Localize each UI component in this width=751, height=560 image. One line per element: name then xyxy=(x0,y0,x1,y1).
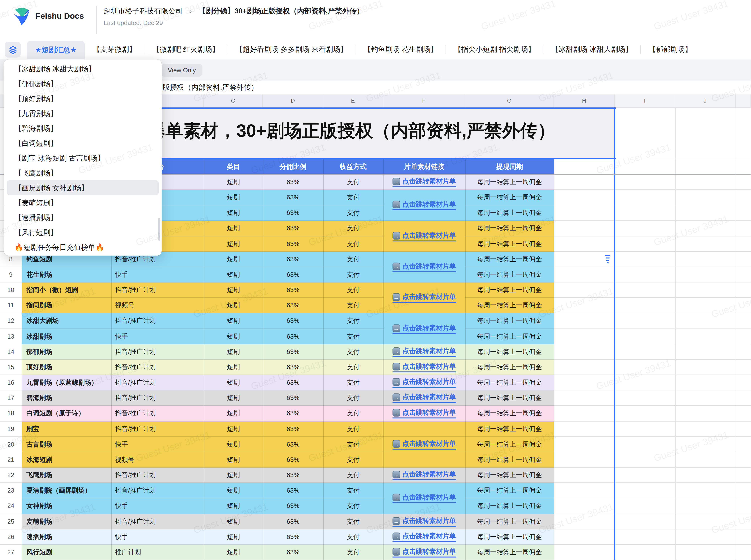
filter-icon[interactable] xyxy=(603,253,612,264)
cell-platform[interactable]: 抖音/推广计划 xyxy=(115,514,203,529)
cell-cycle[interactable]: 每周一结算上一周佣金 xyxy=(465,360,554,375)
cell-income[interactable]: 支付 xyxy=(323,483,383,499)
sheet-tab[interactable]: 【微剧吧 红火剧场】 xyxy=(144,39,227,59)
cell-category[interactable]: 短剧 xyxy=(204,375,263,391)
menu-item[interactable]: 【顶好剧场】 xyxy=(4,91,162,106)
menu-item[interactable]: 【飞鹰剧场】 xyxy=(4,165,162,180)
cell-income[interactable]: 支付 xyxy=(323,499,383,514)
cell-category[interactable]: 短剧 xyxy=(204,452,263,467)
column-letter[interactable]: E xyxy=(323,95,383,107)
cell-category[interactable]: 短剧 xyxy=(204,406,263,421)
cell-commission[interactable]: 63% xyxy=(263,236,323,252)
row-number[interactable]: 22 xyxy=(0,467,22,483)
cell-commission[interactable]: 63% xyxy=(263,298,323,314)
cell-income[interactable]: 支付 xyxy=(323,437,383,452)
menu-item[interactable]: 【郁郁剧场】 xyxy=(4,76,162,91)
cell-category[interactable]: 短剧 xyxy=(204,545,263,560)
header-cell-com[interactable]: 分佣比例 xyxy=(263,159,323,175)
cell-commission[interactable]: 63% xyxy=(263,267,323,282)
cell-name[interactable]: 指间小（微）短剧 xyxy=(26,282,110,298)
row-number[interactable]: 26 xyxy=(0,529,22,545)
cell-cycle[interactable]: 每周一结算上一周佣金 xyxy=(465,344,554,360)
row-number[interactable]: 20 xyxy=(0,437,22,452)
cell-name[interactable]: 剧宝 xyxy=(26,421,110,437)
cell-income[interactable]: 支付 xyxy=(323,329,383,344)
cell-category[interactable]: 短剧 xyxy=(204,190,263,205)
cell-income[interactable]: 支付 xyxy=(323,252,383,267)
cell-platform[interactable]: 快手 xyxy=(115,329,203,344)
row-number[interactable]: 21 xyxy=(0,452,22,467)
cell-category[interactable]: 短剧 xyxy=(204,344,263,360)
cell-category[interactable]: 短剧 xyxy=(204,252,263,267)
cell-cycle[interactable]: 每周一结算上一周佣金 xyxy=(465,267,554,282)
column-letter[interactable]: C xyxy=(204,95,263,107)
cell-income[interactable]: 支付 xyxy=(323,298,383,314)
material-link[interactable]: →点击跳转素材片单 xyxy=(392,231,456,241)
cell-commission[interactable]: 63% xyxy=(263,329,323,344)
cell-category[interactable]: 短剧 xyxy=(204,282,263,298)
cell-platform[interactable]: 抖音/推广计划 xyxy=(115,314,203,329)
cell-income[interactable]: 支付 xyxy=(323,360,383,375)
material-link[interactable]: →点击跳转素材片单 xyxy=(392,393,456,403)
cell-cycle[interactable]: 每周一结算上一周佣金 xyxy=(465,467,554,483)
cell-name[interactable]: 郁郁剧场 xyxy=(26,344,110,360)
cell-category[interactable]: 短剧 xyxy=(204,267,263,282)
material-link[interactable]: →点击跳转素材片单 xyxy=(392,177,456,187)
menu-item[interactable]: 【九霄剧场】 xyxy=(4,106,162,121)
tab-active-sheet[interactable]: ★短剧汇总★ xyxy=(27,41,85,59)
cell-name[interactable]: 夏清剧院（画屏剧场） xyxy=(26,483,110,499)
material-link[interactable]: →点击跳转素材片单 xyxy=(392,378,456,388)
header-cell-cyc[interactable]: 提现周期 xyxy=(465,159,554,175)
cell-name[interactable]: 九霄剧场（原蓝鲸剧场） xyxy=(26,375,110,391)
cell-income[interactable]: 支付 xyxy=(323,282,383,298)
cell-name[interactable]: 冰海短剧 xyxy=(26,452,110,467)
cell-platform[interactable]: 快手 xyxy=(115,267,203,282)
cell-cycle[interactable]: 每周一结算上一周佣金 xyxy=(465,499,554,514)
cell-cycle[interactable]: 每周一结算上一周佣金 xyxy=(465,545,554,560)
menu-item[interactable]: 【速播剧场】 xyxy=(4,210,162,225)
row-number[interactable]: 27 xyxy=(0,545,22,560)
cell-income[interactable]: 支付 xyxy=(323,175,383,190)
cell-commission[interactable]: 63% xyxy=(263,437,323,452)
cell-platform[interactable]: 抖音/推广计划 xyxy=(115,421,203,437)
row-number[interactable]: 11 xyxy=(0,298,22,314)
menu-item[interactable]: 【冰甜剧场 冰甜大剧场】 xyxy=(4,61,162,76)
cell-commission[interactable]: 63% xyxy=(263,452,323,467)
cell-platform[interactable]: 抖音/推广计划 xyxy=(115,391,203,406)
cell-cycle[interactable]: 每周一结算上一周佣金 xyxy=(465,252,554,267)
menu-item[interactable]: 【剧宝 冰海短剧 古言剧场】 xyxy=(4,151,162,165)
cell-name[interactable]: 顶好剧场 xyxy=(26,360,110,375)
cell-cycle[interactable]: 每周一结算上一周佣金 xyxy=(465,314,554,329)
cell-category[interactable]: 短剧 xyxy=(204,391,263,406)
cell-commission[interactable]: 63% xyxy=(263,467,323,483)
column-letter[interactable]: I xyxy=(615,95,675,107)
cell-cycle[interactable]: 每周一结算上一周佣金 xyxy=(465,205,554,221)
cell-category[interactable]: 短剧 xyxy=(204,329,263,344)
cell-cycle[interactable]: 每周一结算上一周佣金 xyxy=(465,236,554,252)
cell-cycle[interactable]: 每周一结算上一周佣金 xyxy=(465,298,554,314)
cell-category[interactable]: 短剧 xyxy=(204,514,263,529)
menu-item[interactable]: 【麦萌短剧】 xyxy=(4,195,162,210)
cell-income[interactable]: 支付 xyxy=(323,452,383,467)
material-link[interactable]: →点击跳转素材片单 xyxy=(392,324,456,334)
cell-name[interactable]: 风行短剧 xyxy=(26,545,110,560)
sheet-list-button[interactable] xyxy=(5,42,21,58)
cell-commission[interactable]: 63% xyxy=(263,483,323,499)
row-number[interactable]: 17 xyxy=(0,391,22,406)
cell-income[interactable]: 支付 xyxy=(323,514,383,529)
material-link[interactable]: →点击跳转素材片单 xyxy=(392,532,456,542)
cell-category[interactable]: 短剧 xyxy=(204,529,263,545)
cell-category[interactable]: 短剧 xyxy=(204,360,263,375)
column-letter[interactable] xyxy=(736,95,751,107)
sheet-tab[interactable]: 【郁郁剧场】 xyxy=(641,39,700,59)
cell-commission[interactable]: 63% xyxy=(263,190,323,205)
cell-name[interactable]: 速播剧场 xyxy=(26,529,110,545)
cell-commission[interactable]: 63% xyxy=(263,499,323,514)
cell-category[interactable]: 短剧 xyxy=(204,236,263,252)
cell-commission[interactable]: 63% xyxy=(263,545,323,560)
cell-commission[interactable]: 63% xyxy=(263,514,323,529)
cell-commission[interactable]: 63% xyxy=(263,360,323,375)
row-number[interactable]: 12 xyxy=(0,314,22,329)
cell-platform[interactable]: 视频号 xyxy=(115,452,203,467)
cell-category[interactable]: 短剧 xyxy=(204,483,263,499)
